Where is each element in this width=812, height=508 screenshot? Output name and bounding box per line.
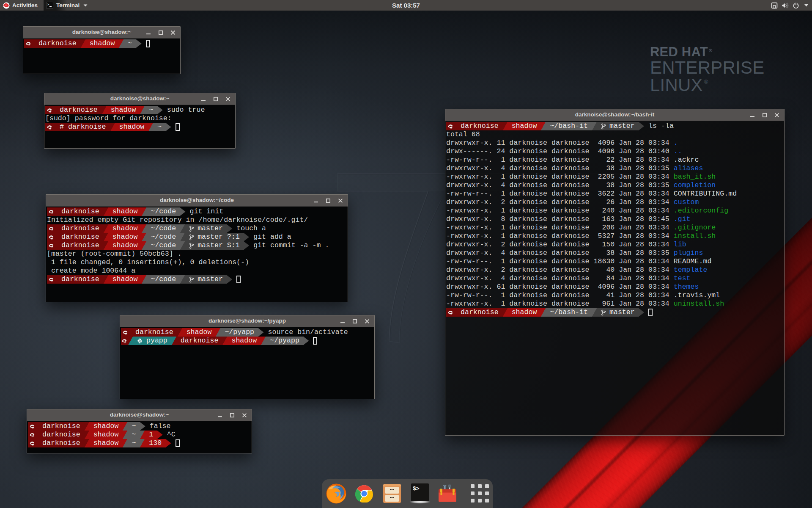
- svg-text:>: >: [47, 3, 49, 6]
- svg-text:$>: $>: [413, 486, 420, 492]
